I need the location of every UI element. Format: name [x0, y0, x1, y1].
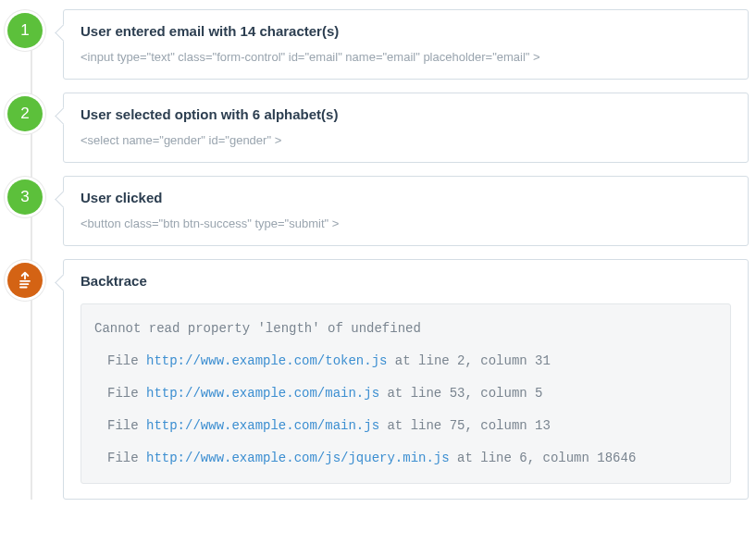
backtrace-location: at line 6, column 18646 [450, 451, 637, 465]
backtrace-location: at line 53, column 5 [379, 386, 542, 401]
file-label: File [107, 386, 146, 401]
backtrace-line: File http://www.example.com/main.js at l… [94, 384, 717, 403]
backtrace-card: Backtrace Cannot read property 'length' … [63, 259, 749, 500]
step-card-2: User selected option with 6 alphabet(s) … [63, 93, 749, 163]
step-code: <button class="btn btn-success" type="su… [81, 216, 731, 230]
backtrace-error: Cannot read property 'length' of undefin… [94, 319, 717, 339]
backtrace-icon [7, 263, 43, 298]
step-title: User clicked [81, 190, 731, 205]
step-badge-3: 3 [7, 179, 43, 215]
step-code: <input type="text" class="form-control" … [81, 50, 731, 64]
step-backtrace: Backtrace Cannot read property 'length' … [7, 259, 749, 500]
file-label: File [107, 353, 146, 368]
step-badge-2: 2 [7, 96, 43, 131]
backtrace-link[interactable]: http://www.example.com/main.js [146, 418, 379, 433]
backtrace-box: Cannot read property 'length' of undefin… [81, 303, 731, 484]
backtrace-link[interactable]: http://www.example.com/main.js [146, 386, 379, 401]
backtrace-location: at line 2, column 31 [387, 353, 550, 368]
step-title: User entered email with 14 character(s) [81, 23, 731, 39]
step-badge-1: 1 [7, 13, 43, 48]
backtrace-location: at line 75, column 13 [379, 418, 551, 433]
backtrace-line: File http://www.example.com/token.js at … [94, 352, 717, 371]
timeline: 1 User entered email with 14 character(s… [7, 9, 749, 500]
step-card-1: User entered email with 14 character(s) … [63, 9, 749, 80]
backtrace-link[interactable]: http://www.example.com/js/jquery.min.js [146, 451, 450, 465]
backtrace-title: Backtrace [81, 273, 731, 289]
step-3: 3 User clicked <button class="btn btn-su… [7, 176, 749, 246]
file-label: File [107, 451, 146, 465]
file-label: File [107, 418, 146, 433]
step-code: <select name="gender" id="gender" > [81, 133, 731, 147]
backtrace-link[interactable]: http://www.example.com/token.js [146, 353, 387, 368]
backtrace-line: File http://www.example.com/main.js at l… [94, 416, 717, 436]
step-2: 2 User selected option with 6 alphabet(s… [7, 93, 749, 163]
backtrace-line: File http://www.example.com/js/jquery.mi… [94, 449, 717, 468]
step-title: User selected option with 6 alphabet(s) [81, 106, 731, 122]
step-1: 1 User entered email with 14 character(s… [7, 9, 749, 80]
step-card-3: User clicked <button class="btn btn-succ… [63, 176, 749, 246]
